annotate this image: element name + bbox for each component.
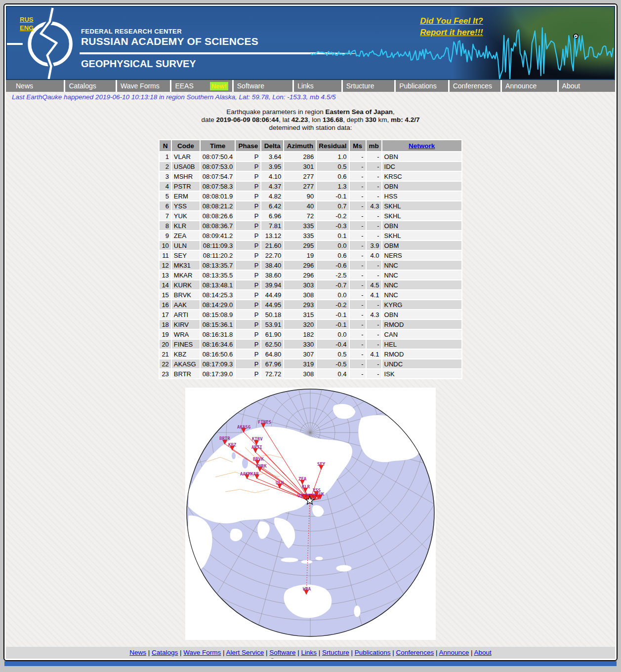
stations-table-header: NCodeTimePhaseDeltaAzimuthResidualMsmbNe… [160,140,461,151]
cell-phase: P [236,152,260,161]
footer-link-srtucture[interactable]: Srtucture [322,649,349,656]
cell-phase: P [236,251,260,260]
cell-n: 10 [160,241,170,250]
cell-n: 19 [160,330,170,339]
footer-link-news[interactable]: News [129,649,146,656]
table-row: 11SEY08:11:20.2P22.70190.6-4.0NERS [160,251,461,260]
cell-n: 20 [160,340,170,349]
nav-item-eeas[interactable]: EEASNew! [170,80,232,92]
cell-delta: 3.95 [261,162,283,171]
lang-link-eng[interactable]: ENG [20,24,34,32]
cell-residual: -0.4 [317,340,348,349]
table-row: 3MSHR08:07:54.7P4.102770.6--KRSC [160,172,461,181]
footer-link-publications[interactable]: Publications [355,649,391,656]
cell-n: 6 [160,201,170,210]
cell-time: 08:08:21.2 [201,201,235,210]
cell-network: RMOD [382,350,461,358]
footer-link-catalogs[interactable]: Catalogs [152,649,178,656]
earthquake-summary: Earthquake parameters in region Eastern … [6,108,615,132]
network-header-link[interactable]: Network [409,142,435,150]
table-row: 4PSTR08:07:58.3P4.372771.3--OBN [160,182,461,191]
nav-item-label: Catalogs [69,80,96,92]
nav-item-announce[interactable]: Announce [500,80,557,92]
nav-item-publications[interactable]: Publications [394,80,448,92]
cell-ms: - [350,359,366,368]
cell-n: 21 [160,350,170,358]
cell-azimuth: 19 [284,251,316,260]
footer-link-announce[interactable]: Announce [439,649,469,656]
page-frame: RUS ENG FEDERAL RESEARCH CENTER RUSSIAN … [3,3,618,661]
cell-time: 08:13:35.5 [201,271,235,279]
cell-mb: 4.1 [367,290,381,299]
cell-mb: 3.9 [367,241,381,250]
nav-item-label: Srtucture [346,80,374,92]
nav-item-news[interactable]: News [6,80,64,92]
cell-n: 4 [160,182,170,191]
cell-azimuth: 319 [284,359,316,368]
cell-azimuth: 315 [284,310,316,319]
cell-code: ULN [172,241,200,250]
last-earthquake-ticker: Last EarthQauke happened 2019-06-10 10:1… [6,92,615,102]
nav-item-links[interactable]: Links [292,80,341,92]
cell-mb: - [367,192,381,200]
cell-ms: - [350,172,366,181]
nav-item-about[interactable]: About [557,80,615,92]
footer-link-links[interactable]: Links [301,649,317,656]
cell-azimuth: 320 [284,320,316,329]
cell-delta: 64.80 [261,350,283,358]
org-line-academy: RUSSIAN ACADEMY OF SCIENCES [81,36,258,47]
cell-network: OBN [382,221,461,230]
summary-line-3: detemined with station data: [6,124,615,132]
cell-time: 08:07:54.7 [201,172,235,181]
window-bottom-strip [4,661,617,666]
cell-azimuth: 182 [284,330,316,339]
summary-segment: 330 [365,116,376,123]
table-row: 16AAK08:14:29.0P44.95293-0.2--KYRG [160,300,461,309]
footer-link-about[interactable]: About [474,649,491,656]
cell-n: 13 [160,271,170,279]
table-row: 23BRTR08:17:39.0P72.723080.4--ISK [160,369,461,378]
cell-phase: P [236,211,260,220]
footer-link-software[interactable]: Software [269,649,295,656]
cell-residual: -0.1 [317,310,348,319]
cell-ms: - [350,182,366,191]
footer-link-alert-service[interactable]: Alert Service [226,649,264,656]
nav-item-label: Software [237,80,264,92]
site-header: RUS ENG FEDERAL RESEARCH CENTER RUSSIAN … [6,6,615,80]
nav-item-software[interactable]: Software [232,80,292,92]
nav-item-catalogs[interactable]: Catalogs [64,80,115,92]
cell-time: 08:08:26.6 [201,211,235,220]
cell-phase: P [236,290,260,299]
cell-residual: 0.1 [317,231,348,240]
cell-network: SKHL [382,201,461,210]
cell-mb: 4.3 [367,310,381,319]
cell-n: 1 [160,152,170,161]
cell-delta: 6.96 [261,211,283,220]
cell-azimuth: 330 [284,340,316,349]
footer-link-wave-forms[interactable]: Wave Forms [183,649,221,656]
cell-mb: - [367,330,381,339]
cell-residual: -0.2 [317,300,348,309]
lang-link-rus[interactable]: RUS [20,16,34,23]
cell-time: 08:13:35.7 [201,261,235,270]
cell-code: KURK [172,280,200,289]
nav-item-wave-forms[interactable]: Wave Forms [116,80,170,92]
cell-ms: - [350,290,366,299]
nav-item-conferences[interactable]: Conferences [448,80,500,92]
cell-time: 08:17:39.0 [201,369,235,378]
cell-phase: P [236,271,260,279]
table-row: 12MK3108:13:35.7P38.40296-0.6--NNC [160,261,461,270]
cell-n: 18 [160,320,170,329]
cell-residual: 0.6 [317,172,348,181]
did-you-feel-it-link[interactable]: Did You Feel It? Report it here!!! [397,16,506,39]
station-map: FINESAKASGBRTRKBZKIRVARTIBRVKKURKAAKMKAR… [185,388,436,640]
cell-ms: - [350,340,366,349]
cell-mb: - [367,261,381,270]
footer-link-conferences[interactable]: Conferences [396,649,434,656]
cell-phase: P [236,369,260,378]
feel-line-2: Report it here!!! [397,27,506,39]
cell-ms: - [350,261,366,270]
nav-item-srtucture[interactable]: Srtucture [341,80,394,92]
cell-network: OBN [382,152,461,161]
cell-time: 08:15:36.1 [201,320,235,329]
